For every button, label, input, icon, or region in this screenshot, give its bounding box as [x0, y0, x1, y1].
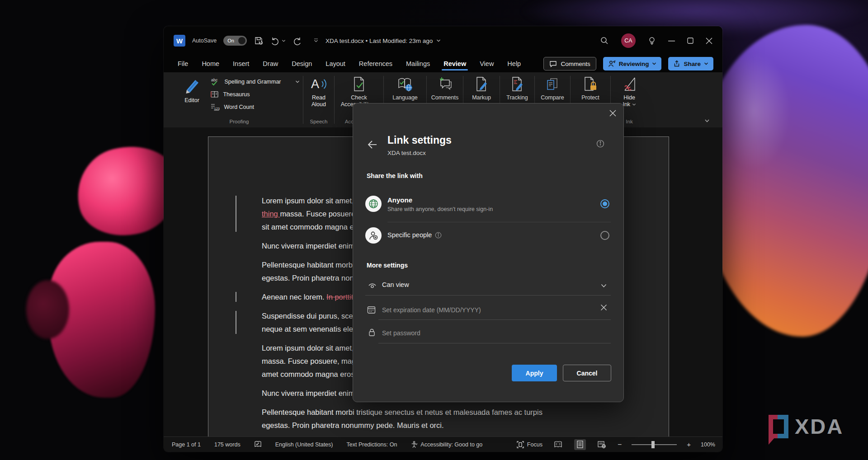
word-count-icon: 123	[210, 103, 220, 111]
person-add-icon	[368, 230, 379, 241]
dialog-close-icon[interactable]	[609, 110, 616, 117]
group-label-speech: Speech	[303, 119, 334, 124]
specific-people-info-icon[interactable]	[435, 232, 442, 239]
expiration-date-field[interactable]: Set expiration date (MM/DD/YYYY)	[382, 306, 481, 314]
share-icon	[673, 60, 680, 67]
autosave-knob	[238, 37, 245, 44]
tab-draw[interactable]: Draw	[262, 60, 278, 72]
password-field[interactable]: Set password	[382, 329, 420, 337]
wallpaper-shape-left-small	[26, 280, 69, 339]
permission-chevron-down-icon[interactable]	[601, 284, 607, 288]
quick-access-overflow-icon[interactable]	[313, 38, 319, 43]
reviewing-chevron-down-icon	[652, 62, 656, 66]
svg-text:abc: abc	[211, 78, 218, 82]
zoom-in-button[interactable]: +	[687, 441, 691, 448]
share-button[interactable]: Share	[668, 57, 713, 70]
text-run: egestas. Proin pharetra nonummy pede. Ma…	[262, 421, 444, 429]
check-accessibility-icon	[351, 76, 367, 92]
link-settings-dialog: Link settings XDA test.docx Share the li…	[353, 103, 624, 402]
xda-logo: XDA	[769, 415, 844, 438]
reviewing-button[interactable]: Reviewing	[603, 57, 662, 70]
spelling-abc-icon: abc	[210, 77, 220, 86]
tab-help[interactable]: Help	[507, 60, 521, 72]
share-chevron-down-icon	[704, 62, 708, 66]
maximize-button[interactable]	[687, 38, 693, 44]
permission-value[interactable]: Can view	[382, 281, 409, 288]
cancel-button[interactable]: Cancel	[563, 365, 611, 381]
info-icon[interactable]	[596, 140, 604, 148]
dialog-subtitle: XDA test.docx	[387, 150, 426, 156]
tab-layout[interactable]: Layout	[325, 60, 346, 72]
tab-review[interactable]: Review	[443, 60, 467, 72]
language-indicator[interactable]: English (United States)	[275, 441, 333, 448]
redo-icon[interactable]	[292, 36, 302, 46]
svg-text:123: 123	[214, 107, 220, 111]
zoom-level[interactable]: 100%	[701, 441, 715, 448]
share-link-with-heading: Share the link with	[367, 172, 423, 179]
hide-ink-chevron-down-icon	[632, 103, 636, 106]
apply-button[interactable]: Apply	[512, 365, 557, 381]
document-paragraph[interactable]: Pellentesque habitant morbi tristique se…	[262, 406, 557, 432]
eye-icon	[368, 282, 377, 290]
dialog-back-icon[interactable]	[367, 140, 377, 150]
page-indicator[interactable]: Page 1 of 1	[172, 441, 201, 448]
read-mode-button[interactable]	[552, 439, 564, 450]
language-icon	[397, 76, 413, 92]
expiration-clear-icon[interactable]	[600, 304, 607, 311]
specific-people-radio[interactable]	[600, 231, 609, 240]
anyone-radio[interactable]	[600, 199, 609, 208]
minimize-button[interactable]	[668, 38, 675, 44]
accessibility-indicator[interactable]: Accessibility: Good to go	[410, 441, 482, 448]
anyone-option-subtitle: Share with anyone, doesn't require sign-…	[387, 206, 493, 212]
focus-mode-button[interactable]: Focus	[517, 441, 542, 448]
reviewing-person-icon	[608, 60, 616, 67]
option-divider	[387, 222, 611, 222]
search-icon[interactable]	[600, 36, 609, 45]
markup-icon	[473, 76, 490, 92]
save-icon[interactable]	[254, 36, 264, 46]
ribbon-collapse-chevron-icon[interactable]	[704, 119, 710, 123]
permission-underline	[365, 295, 611, 296]
avatar[interactable]: CA	[621, 33, 636, 48]
word-count-indicator[interactable]: 175 words	[214, 441, 241, 448]
print-layout-button[interactable]	[574, 439, 586, 450]
tab-insert[interactable]: Insert	[232, 60, 250, 72]
document-title[interactable]: XDA test.docx • Last Modified: 23m ago	[326, 26, 441, 55]
comment-bubble-icon	[549, 61, 557, 67]
tab-view[interactable]: View	[479, 60, 494, 72]
word-app-icon[interactable]: W	[174, 35, 185, 47]
dialog-title: Link settings	[387, 134, 452, 146]
ribbon-tab-row: FileHomeInsertDrawDesignLayoutReferences…	[164, 55, 722, 72]
specific-people-option[interactable]: Specific people	[387, 231, 442, 239]
wallpaper-shape-right	[700, 25, 868, 337]
proofing-status-icon[interactable]	[254, 441, 262, 448]
tab-mailings[interactable]: Mailings	[406, 60, 430, 72]
tab-references[interactable]: References	[359, 60, 393, 72]
zoom-slider[interactable]	[632, 444, 677, 445]
lightbulb-icon[interactable]	[648, 36, 656, 45]
autosave-toggle[interactable]: On	[223, 36, 247, 46]
thesaurus-button[interactable]: Thesaurus	[210, 89, 299, 100]
word-count-button[interactable]: 123 Word Count	[210, 101, 299, 113]
svg-text:A: A	[311, 77, 319, 91]
group-label-proofing: Proofing	[175, 119, 303, 124]
tracked-insertion: thing	[262, 210, 280, 218]
zoom-out-button[interactable]: −	[618, 441, 622, 449]
undo-dropdown-chevron-icon[interactable]	[282, 39, 286, 42]
text-predictions-indicator[interactable]: Text Predictions: On	[346, 441, 397, 448]
web-layout-button[interactable]	[596, 439, 608, 450]
read-aloud-icon: A	[310, 76, 327, 92]
new-comment-icon	[437, 76, 453, 92]
tab-design[interactable]: Design	[291, 60, 312, 72]
spelling-grammar-button[interactable]: abc Spelling and Grammar	[210, 76, 299, 87]
password-underline	[378, 343, 611, 343]
tab-home[interactable]: Home	[201, 60, 220, 72]
comments-button[interactable]: Comments	[543, 57, 596, 70]
anyone-option-title[interactable]: Anyone	[387, 196, 412, 204]
close-button[interactable]	[706, 38, 712, 44]
calendar-icon	[367, 305, 376, 314]
zoom-slider-thumb[interactable]	[651, 441, 655, 448]
tab-file[interactable]: File	[177, 60, 189, 72]
expiration-underline	[378, 319, 611, 320]
undo-icon[interactable]	[270, 36, 280, 46]
